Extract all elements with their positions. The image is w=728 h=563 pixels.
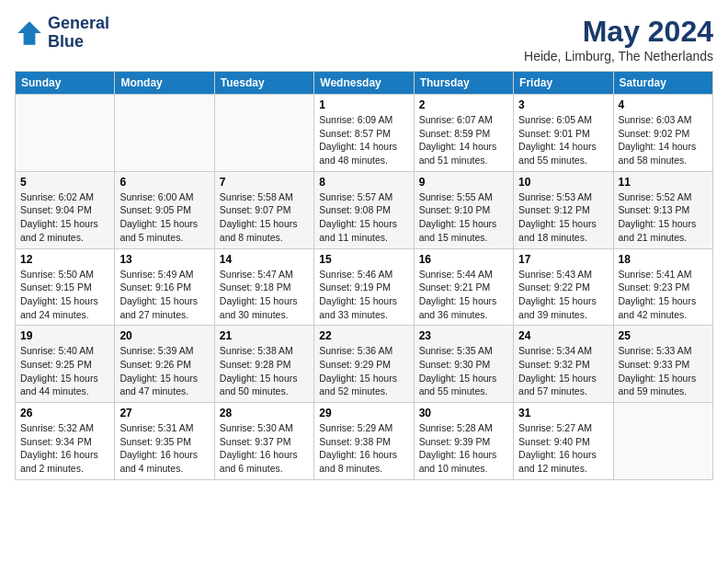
calendar-cell: 30Sunrise: 5:28 AM Sunset: 9:39 PM Dayli… xyxy=(414,403,513,480)
day-number: 15 xyxy=(319,253,408,266)
calendar-week-row: 12Sunrise: 5:50 AM Sunset: 9:15 PM Dayli… xyxy=(16,248,713,326)
day-info: Sunrise: 6:00 AM Sunset: 9:05 PM Dayligh… xyxy=(119,190,209,245)
weekday-header-sunday: Sunday xyxy=(16,72,115,95)
day-number: 9 xyxy=(419,176,508,189)
day-number: 30 xyxy=(419,407,508,419)
calendar-cell: 18Sunrise: 5:41 AM Sunset: 9:23 PM Dayli… xyxy=(613,248,712,326)
day-number: 18 xyxy=(619,253,708,266)
day-info: Sunrise: 5:46 AM Sunset: 9:19 PM Dayligh… xyxy=(319,268,408,322)
calendar-cell: 29Sunrise: 5:29 AM Sunset: 9:38 PM Dayli… xyxy=(314,403,414,480)
day-info: Sunrise: 5:44 AM Sunset: 9:21 PM Dayligh… xyxy=(419,268,508,322)
calendar-cell xyxy=(16,95,115,172)
day-number: 31 xyxy=(518,407,608,419)
calendar-week-row: 19Sunrise: 5:40 AM Sunset: 9:25 PM Dayli… xyxy=(16,326,713,403)
day-info: Sunrise: 6:03 AM Sunset: 9:02 PM Dayligh… xyxy=(619,113,708,167)
calendar-cell: 1Sunrise: 6:09 AM Sunset: 8:57 PM Daylig… xyxy=(314,95,414,172)
day-info: Sunrise: 5:41 AM Sunset: 9:23 PM Dayligh… xyxy=(619,268,708,322)
calendar-week-row: 1Sunrise: 6:09 AM Sunset: 8:57 PM Daylig… xyxy=(16,95,713,172)
logo: General Blue xyxy=(15,15,109,52)
calendar-cell: 3Sunrise: 6:05 AM Sunset: 9:01 PM Daylig… xyxy=(514,95,613,172)
day-info: Sunrise: 5:35 AM Sunset: 9:30 PM Dayligh… xyxy=(419,344,508,398)
day-number: 27 xyxy=(119,407,209,419)
day-number: 29 xyxy=(319,407,408,419)
calendar-cell: 25Sunrise: 5:33 AM Sunset: 9:33 PM Dayli… xyxy=(613,326,712,403)
calendar-cell xyxy=(115,95,214,172)
calendar-cell: 14Sunrise: 5:47 AM Sunset: 9:18 PM Dayli… xyxy=(214,248,313,326)
calendar-cell: 27Sunrise: 5:31 AM Sunset: 9:35 PM Dayli… xyxy=(115,403,214,480)
calendar-cell: 24Sunrise: 5:34 AM Sunset: 9:32 PM Dayli… xyxy=(514,326,613,403)
calendar-cell: 21Sunrise: 5:38 AM Sunset: 9:28 PM Dayli… xyxy=(214,326,313,403)
day-number: 23 xyxy=(419,329,508,342)
day-number: 3 xyxy=(518,98,608,111)
day-number: 22 xyxy=(319,329,408,342)
day-info: Sunrise: 5:32 AM Sunset: 9:34 PM Dayligh… xyxy=(20,421,109,476)
calendar-cell: 10Sunrise: 5:53 AM Sunset: 9:12 PM Dayli… xyxy=(514,171,613,248)
day-info: Sunrise: 5:52 AM Sunset: 9:13 PM Dayligh… xyxy=(619,190,708,245)
day-info: Sunrise: 5:39 AM Sunset: 9:26 PM Dayligh… xyxy=(119,344,209,398)
calendar-cell: 7Sunrise: 5:58 AM Sunset: 9:07 PM Daylig… xyxy=(214,171,313,248)
day-info: Sunrise: 5:53 AM Sunset: 9:12 PM Dayligh… xyxy=(518,190,608,245)
title-block: May 2024 Heide, Limburg, The Netherlands xyxy=(524,15,713,63)
calendar-week-row: 26Sunrise: 5:32 AM Sunset: 9:34 PM Dayli… xyxy=(16,403,713,480)
calendar-cell: 28Sunrise: 5:30 AM Sunset: 9:37 PM Dayli… xyxy=(214,403,313,480)
calendar-cell: 8Sunrise: 5:57 AM Sunset: 9:08 PM Daylig… xyxy=(314,171,414,248)
day-number: 26 xyxy=(20,407,109,419)
day-number: 19 xyxy=(20,329,109,342)
day-number: 25 xyxy=(619,329,708,342)
calendar-table: SundayMondayTuesdayWednesdayThursdayFrid… xyxy=(15,71,713,480)
day-info: Sunrise: 5:55 AM Sunset: 9:10 PM Dayligh… xyxy=(419,190,508,245)
calendar-cell: 17Sunrise: 5:43 AM Sunset: 9:22 PM Dayli… xyxy=(514,248,613,326)
logo-text: General Blue xyxy=(48,15,109,52)
calendar-cell: 26Sunrise: 5:32 AM Sunset: 9:34 PM Dayli… xyxy=(16,403,115,480)
day-info: Sunrise: 5:36 AM Sunset: 9:29 PM Dayligh… xyxy=(319,344,408,398)
calendar-cell: 16Sunrise: 5:44 AM Sunset: 9:21 PM Dayli… xyxy=(414,248,513,326)
calendar-cell: 31Sunrise: 5:27 AM Sunset: 9:40 PM Dayli… xyxy=(514,403,613,480)
day-info: Sunrise: 5:28 AM Sunset: 9:39 PM Dayligh… xyxy=(419,421,508,476)
day-number: 10 xyxy=(518,176,608,189)
weekday-header-saturday: Saturday xyxy=(613,72,712,95)
calendar-cell: 19Sunrise: 5:40 AM Sunset: 9:25 PM Dayli… xyxy=(16,326,115,403)
calendar-cell xyxy=(214,95,313,172)
day-info: Sunrise: 5:30 AM Sunset: 9:37 PM Dayligh… xyxy=(220,421,309,476)
day-info: Sunrise: 6:07 AM Sunset: 8:59 PM Dayligh… xyxy=(419,113,508,167)
day-info: Sunrise: 5:50 AM Sunset: 9:15 PM Dayligh… xyxy=(20,268,109,322)
day-number: 11 xyxy=(619,176,708,189)
day-info: Sunrise: 5:38 AM Sunset: 9:28 PM Dayligh… xyxy=(220,344,309,398)
day-info: Sunrise: 5:47 AM Sunset: 9:18 PM Dayligh… xyxy=(220,268,309,322)
day-number: 13 xyxy=(119,253,209,266)
day-info: Sunrise: 6:05 AM Sunset: 9:01 PM Dayligh… xyxy=(518,113,608,167)
calendar-cell xyxy=(613,403,712,480)
month-year: May 2024 xyxy=(524,15,713,49)
calendar-week-row: 5Sunrise: 6:02 AM Sunset: 9:04 PM Daylig… xyxy=(16,171,713,248)
day-number: 20 xyxy=(119,329,209,342)
day-info: Sunrise: 5:57 AM Sunset: 9:08 PM Dayligh… xyxy=(319,190,408,245)
calendar-cell: 4Sunrise: 6:03 AM Sunset: 9:02 PM Daylig… xyxy=(613,95,712,172)
calendar-cell: 11Sunrise: 5:52 AM Sunset: 9:13 PM Dayli… xyxy=(613,171,712,248)
day-info: Sunrise: 5:27 AM Sunset: 9:40 PM Dayligh… xyxy=(518,421,608,476)
day-number: 12 xyxy=(20,253,109,266)
day-info: Sunrise: 5:58 AM Sunset: 9:07 PM Dayligh… xyxy=(220,190,309,245)
day-number: 8 xyxy=(319,176,408,189)
day-number: 2 xyxy=(419,98,508,111)
day-info: Sunrise: 5:29 AM Sunset: 9:38 PM Dayligh… xyxy=(319,421,408,476)
weekday-header-thursday: Thursday xyxy=(414,72,513,95)
day-info: Sunrise: 6:02 AM Sunset: 9:04 PM Dayligh… xyxy=(20,190,109,245)
calendar-cell: 12Sunrise: 5:50 AM Sunset: 9:15 PM Dayli… xyxy=(16,248,115,326)
day-number: 17 xyxy=(518,253,608,266)
location: Heide, Limburg, The Netherlands xyxy=(524,49,713,63)
day-info: Sunrise: 5:43 AM Sunset: 9:22 PM Dayligh… xyxy=(518,268,608,322)
day-number: 16 xyxy=(419,253,508,266)
calendar-cell: 20Sunrise: 5:39 AM Sunset: 9:26 PM Dayli… xyxy=(115,326,214,403)
day-number: 24 xyxy=(518,329,608,342)
calendar-cell: 6Sunrise: 6:00 AM Sunset: 9:05 PM Daylig… xyxy=(115,171,214,248)
calendar-cell: 2Sunrise: 6:07 AM Sunset: 8:59 PM Daylig… xyxy=(414,95,513,172)
weekday-header-friday: Friday xyxy=(514,72,613,95)
day-number: 28 xyxy=(220,407,309,419)
day-number: 14 xyxy=(220,253,309,266)
day-number: 5 xyxy=(20,176,109,189)
calendar-cell: 13Sunrise: 5:49 AM Sunset: 9:16 PM Dayli… xyxy=(115,248,214,326)
day-info: Sunrise: 5:31 AM Sunset: 9:35 PM Dayligh… xyxy=(119,421,209,476)
weekday-header-tuesday: Tuesday xyxy=(214,72,313,95)
svg-marker-0 xyxy=(17,21,41,45)
day-info: Sunrise: 5:49 AM Sunset: 9:16 PM Dayligh… xyxy=(119,268,209,322)
